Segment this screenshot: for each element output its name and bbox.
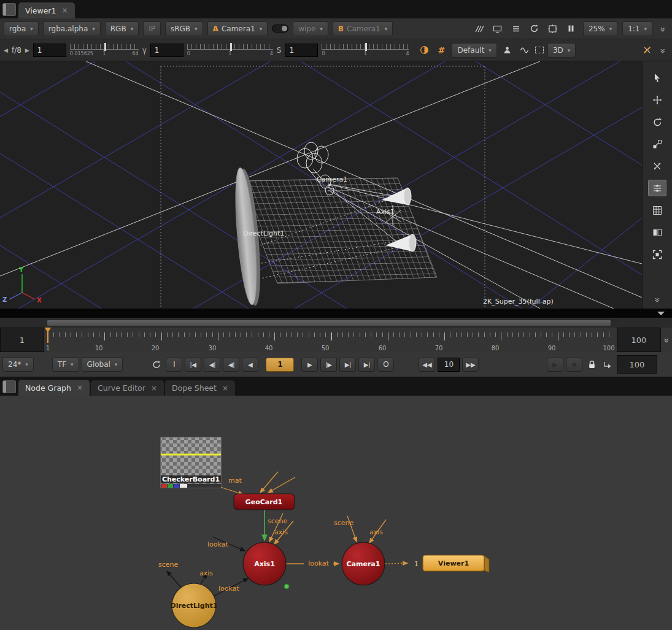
grid-toggle-icon[interactable]: #	[434, 44, 448, 57]
increment-button[interactable]: ▶▶	[462, 358, 479, 372]
pause-icon[interactable]	[565, 22, 578, 36]
timeline-expand-chevron-icon[interactable]	[661, 333, 672, 347]
collapse-triangle-icon[interactable]	[657, 312, 665, 315]
graph-background[interactable]	[0, 396, 672, 630]
timeline-ruler[interactable]: 1 10 20 30 40 50 60 70 80 90 100	[44, 328, 617, 352]
scale-tool-icon[interactable]	[648, 136, 666, 152]
frame-range-scrollbar[interactable]	[0, 318, 672, 328]
timeline-filter-dropdown[interactable]: TF	[52, 357, 79, 372]
stop-render-button[interactable]: ■	[566, 358, 582, 372]
toolbar-overflow-chevron-icon[interactable]	[657, 22, 668, 36]
3d-viewport[interactable]: Camera1 Axis1 DirectLight1 2K_Super_35(f…	[0, 61, 642, 309]
view-mode-dropdown[interactable]: 3D	[547, 43, 576, 58]
proxy-toggle-icon[interactable]	[473, 22, 486, 36]
selection-marquee-icon[interactable]	[535, 47, 544, 53]
transform-jack-icon[interactable]	[648, 158, 666, 174]
layout-grid-icon[interactable]	[648, 202, 666, 218]
graph-panel-tabbar: Node Graph × Curve Editor × Dope Sheet ×	[0, 377, 672, 396]
frame-all-icon[interactable]	[648, 246, 666, 263]
next-keyframe-button[interactable]: ▶|	[339, 358, 356, 372]
saturation-field[interactable]: 1	[285, 44, 318, 57]
lock-range-icon[interactable]	[585, 358, 598, 371]
close-icon[interactable]: ×	[77, 383, 83, 392]
playback-loop-icon[interactable]	[150, 358, 163, 371]
b-input-dropdown[interactable]: B Camera1	[333, 21, 393, 36]
play-button[interactable]: ▶	[301, 358, 318, 372]
panel-menu-icon[interactable]	[2, 380, 16, 393]
manipulator-handles-icon[interactable]	[648, 180, 666, 196]
timeline-section: 1 1 10 20 30 40 50 60 70 80 90 100 100 2…	[0, 318, 672, 377]
range-end-field[interactable]: 100	[617, 328, 661, 352]
gain-increase-icon[interactable]: ▶	[25, 47, 29, 53]
tab-node-graph[interactable]: Node Graph ×	[18, 380, 90, 396]
toolbar2-overflow-chevron-icon[interactable]	[657, 44, 668, 57]
step-back-button[interactable]: ◀|	[223, 358, 239, 372]
decrement-button[interactable]: ◀◀	[419, 358, 435, 372]
close-icon[interactable]: ×	[61, 6, 68, 15]
gamma-label: γ	[142, 46, 147, 55]
tab-viewer1[interactable]: Viewer1 ×	[18, 2, 75, 18]
a-input-dropdown[interactable]: A Camera1	[207, 21, 268, 36]
go-to-start-button[interactable]: |◀	[185, 358, 201, 372]
rotate-tool-icon[interactable]	[648, 113, 666, 130]
split-view-icon[interactable]	[648, 224, 666, 240]
step-forward-button[interactable]: |▶	[320, 358, 337, 372]
node-graph-canvas[interactable]: mat scene axis lookat lookat scene axis …	[0, 396, 672, 630]
list-icon[interactable]	[509, 22, 523, 36]
node-checkerboard1[interactable]: CheckerBoard1	[161, 437, 221, 488]
selectability-toggle-icon[interactable]	[640, 44, 654, 57]
viewer-process-dropdown[interactable]: sRGB	[165, 21, 203, 36]
refresh-icon[interactable]	[528, 22, 541, 36]
ab-swap-toggle[interactable]	[272, 25, 288, 33]
select-tool-icon[interactable]	[648, 69, 666, 86]
node-viewer1[interactable]: Viewer1	[423, 555, 489, 572]
panel-menu-icon[interactable]	[2, 3, 16, 16]
flipbook-button[interactable]: ▶	[547, 358, 563, 372]
gate-display-icon[interactable]	[546, 22, 560, 36]
play-backward-button[interactable]: ◀	[242, 358, 258, 372]
wave-icon[interactable]	[518, 44, 531, 57]
monitor-output-icon[interactable]	[491, 22, 504, 36]
corner-arrow-icon[interactable]	[601, 358, 614, 371]
viewer-timeline-separator[interactable]	[0, 309, 672, 318]
set-in-point-button[interactable]: I	[166, 358, 182, 372]
previous-keyframe-button[interactable]: ◀|	[204, 358, 220, 372]
node-geocard1[interactable]: GeoCard1	[234, 494, 295, 510]
gain-decrease-icon[interactable]: ◀	[4, 47, 8, 53]
gain-field[interactable]: 1	[33, 44, 66, 57]
zoom-dropdown[interactable]: 25%	[583, 21, 617, 36]
current-frame-field[interactable]: 1	[266, 358, 294, 372]
gamma-field[interactable]: 1	[150, 44, 183, 57]
gamma-slider[interactable]: 0 1 4	[187, 42, 273, 58]
range-start-field[interactable]: 1	[0, 328, 44, 352]
tab-curve-editor[interactable]: Curve Editor ×	[91, 380, 164, 396]
node-axis1[interactable]: Axis1	[243, 542, 286, 585]
pixel-aspect-dropdown[interactable]: 1:1	[622, 21, 652, 36]
display-channel-dropdown[interactable]: RGB	[105, 21, 139, 36]
saturation-slider-handle[interactable]	[365, 43, 367, 51]
tab-dope-sheet[interactable]: Dope Sheet ×	[165, 380, 235, 396]
frame-increment-field[interactable]: 10	[438, 358, 460, 372]
node-camera1[interactable]: Camera1	[342, 542, 385, 585]
layer-dropdown[interactable]: rgba.alpha	[43, 21, 101, 36]
saturation-slider[interactable]: 0 1 4	[322, 42, 409, 58]
gain-slider[interactable]: 0.015625 1 64	[70, 42, 139, 58]
gamma-slider-handle[interactable]	[230, 43, 232, 51]
go-to-end-button[interactable]: ▶|	[358, 358, 375, 372]
gain-slider-handle[interactable]	[104, 43, 106, 51]
translate-tool-icon[interactable]	[648, 91, 666, 108]
frame-range-mode-dropdown[interactable]: Global	[82, 357, 123, 372]
headlamp-lighting-icon[interactable]	[417, 44, 431, 57]
guides-dropdown[interactable]: Default	[452, 43, 496, 58]
channels-dropdown[interactable]: rgba	[4, 21, 39, 36]
viewport-tools-chevron-icon[interactable]	[652, 293, 663, 306]
input-process-toggle[interactable]: IP	[143, 21, 161, 36]
playback-end-field[interactable]: 100	[617, 355, 657, 374]
close-icon[interactable]: ×	[151, 384, 157, 393]
wipe-mode-dropdown[interactable]: wipe	[293, 21, 328, 36]
frame-range-thumb[interactable]	[47, 320, 611, 326]
set-out-point-button[interactable]: O	[377, 358, 394, 372]
close-icon[interactable]: ×	[222, 384, 228, 393]
fps-dropdown[interactable]: 24*	[2, 357, 34, 372]
camera-lock-icon[interactable]	[501, 44, 514, 57]
